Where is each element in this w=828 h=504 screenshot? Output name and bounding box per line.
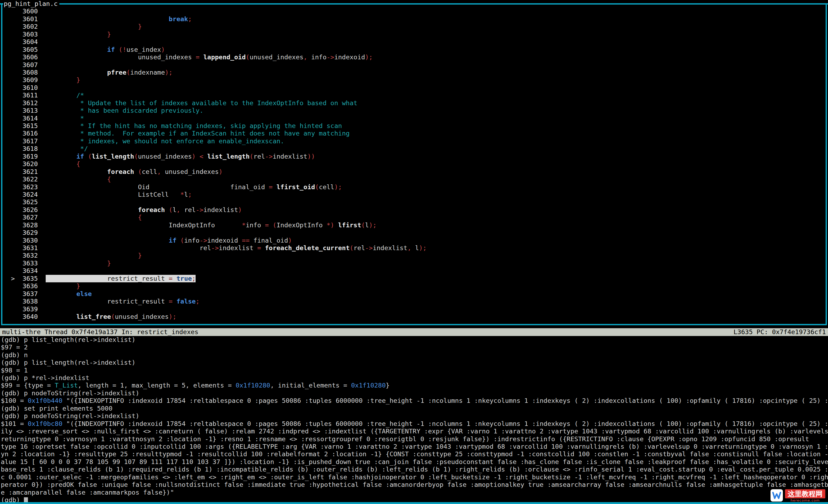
source-line: 3637 else xyxy=(3,290,828,297)
source-line-code: foreach (cell, unused_indexes) xyxy=(46,168,223,176)
line-number: 3614 xyxy=(3,114,46,122)
line-number: 3622 xyxy=(3,176,46,183)
source-line: 3600 xyxy=(3,7,828,15)
source-window: pg_hint_plan.c 3600 3601 break; 3602 } 3… xyxy=(0,0,828,328)
source-line-current: > 3635 restrict_result = true; xyxy=(3,275,828,282)
border-segment xyxy=(59,3,828,5)
console-line: $99 = {type = T_List, length = 1, max_le… xyxy=(1,382,828,389)
source-line: 3628 IndexOptInfo *info = (IndexOptInfo … xyxy=(3,221,828,229)
console-line: ily <> :reverse_sort <> :nulls_first <> … xyxy=(1,427,828,435)
source-line: 3604 xyxy=(3,38,828,46)
source-line-code: { xyxy=(46,160,80,168)
line-number: 3627 xyxy=(3,214,46,221)
line-number: 3626 xyxy=(3,206,46,214)
source-line: 3618 */ xyxy=(3,145,828,152)
source-line: 3614 * xyxy=(3,114,828,122)
source-line-code: unused_indexes = lappend_oid(unused_inde… xyxy=(46,53,373,61)
console-line: (gdb) p list_length(rel->indexlist) xyxy=(1,336,828,343)
source-window-border-right xyxy=(826,3,827,325)
source-line: 3624 ListCell *l; xyxy=(3,191,828,198)
source-line: 3611 /* xyxy=(3,92,828,99)
source-line: 3629 xyxy=(3,229,828,236)
watermark-brand: 这里教程网 xyxy=(785,489,825,498)
line-number: 3606 xyxy=(3,53,46,61)
source-window-border-top: pg_hint_plan.c xyxy=(0,0,828,7)
console-line: yn 2 :location -1} :resulttype 25 :resul… xyxy=(1,450,828,458)
line-number: 3612 xyxy=(3,99,46,107)
source-line: 3602 } xyxy=(3,23,828,30)
source-line: 3623 Oid final_oid = lfirst_oid(cell); xyxy=(3,183,828,191)
source-line: 3626 foreach (l, rel->indexlist) xyxy=(3,206,828,214)
source-line-code: } xyxy=(46,252,142,259)
watermark-logo-icon xyxy=(771,489,783,502)
status-line-pc: L3635 PC: 0x7f4e19736cf1 xyxy=(734,328,826,336)
source-filename: pg_hint_plan.c xyxy=(3,0,58,7)
gdb-console[interactable]: (gdb) p list_length(rel->indexlist)$97 =… xyxy=(0,336,828,504)
source-line-code: } xyxy=(46,31,111,38)
line-number: 3634 xyxy=(3,267,46,275)
console-line: e :amcanparallel false :amcanmarkpos fal… xyxy=(1,489,828,496)
line-number: 3600 xyxy=(3,7,46,15)
line-number: 3637 xyxy=(3,290,46,297)
line-number: 3601 xyxy=(3,15,46,23)
line-number: 3638 xyxy=(3,297,46,305)
source-line-code: * has been discarded previously. xyxy=(46,107,203,114)
source-line: 3608 pfree(indexname); xyxy=(3,69,828,76)
source-line-code: * xyxy=(46,114,84,122)
source-line: 3627 { xyxy=(3,214,828,221)
source-line: 3625 xyxy=(3,198,828,206)
line-number: 3604 xyxy=(3,38,46,46)
line-number: 3619 xyxy=(3,153,46,160)
source-line: 3616 * method. For example if an IndexSc… xyxy=(3,130,828,137)
source-line: 3617 * indexes, we should not enforce an… xyxy=(3,137,828,145)
line-number: 3620 xyxy=(3,160,46,168)
source-line: 3631 rel->indexlist = foreach_delete_cur… xyxy=(3,244,828,252)
source-line: 3638 restrict_result = false; xyxy=(3,297,828,305)
source-line-code: restrict_result = false; xyxy=(46,297,200,305)
source-line: 3633 } xyxy=(3,260,828,267)
source-line-code: * method. For example if an IndexScan hi… xyxy=(46,130,350,137)
line-number: 3618 xyxy=(3,145,46,152)
console-line: alue 15 [ 60 0 0 0 37 78 105 99 107 89 1… xyxy=(1,458,828,466)
line-number: 3603 xyxy=(3,31,46,38)
source-code[interactable]: 3600 3601 break; 3602 } 3603 } 3604 3605… xyxy=(0,7,828,320)
watermark: 这里教程网 herecome.com xyxy=(771,489,825,502)
source-line: 3605 if (!use_index) xyxy=(3,46,828,53)
source-line: 3603 } xyxy=(3,31,828,38)
console-line: type 16 :opretset false :opcollid 0 :inp… xyxy=(1,443,828,450)
source-line: 3632 } xyxy=(3,252,828,259)
source-line: 3622 { xyxy=(3,176,828,183)
line-number: 3608 xyxy=(3,69,46,76)
line-number: 3630 xyxy=(3,237,46,244)
source-line-code: else xyxy=(46,290,92,297)
source-line: 3621 foreach (cell, unused_indexes) xyxy=(3,168,828,176)
line-number: 3633 xyxy=(3,260,46,267)
source-line: 3609 } xyxy=(3,76,828,84)
source-line: 3634 xyxy=(3,267,828,275)
line-number: 3610 xyxy=(3,84,46,92)
line-number: 3617 xyxy=(3,137,46,145)
line-number: 3621 xyxy=(3,168,46,176)
console-line: (gdb) p nodeToString(rel->indexlist) xyxy=(1,390,828,397)
line-number: > 3635 xyxy=(3,275,46,282)
source-line: 3636 } xyxy=(3,282,828,290)
console-line: (gdb) p list_length(rel->indexlist) xyxy=(1,359,828,366)
status-thread-info: multi-thre Thread 0x7f4e19a137 In: restr… xyxy=(2,328,199,336)
source-line: 3640 list_free(unused_indexes); xyxy=(3,313,828,320)
source-window-border-left xyxy=(1,3,2,325)
console-line: perator 0}) :predOK false :unique false … xyxy=(1,481,828,489)
source-line-code: * indexes, we should not enforce an enab… xyxy=(46,137,284,145)
gdb-status-bar: multi-thre Thread 0x7f4e19a137 In: restr… xyxy=(0,328,828,336)
console-line: base_rels 1 :clause_relids (b 1) :requir… xyxy=(1,466,828,473)
source-line-code: /* xyxy=(46,92,84,99)
source-line: 3620 { xyxy=(3,160,828,168)
line-number: 3624 xyxy=(3,191,46,198)
source-line-code: if (!use_index) xyxy=(46,46,165,53)
source-line-code: pfree(indexname); xyxy=(46,69,173,76)
bottom-border-strip xyxy=(0,502,828,504)
line-number: 3631 xyxy=(3,244,46,252)
gdb-tui-screen: pg_hint_plan.c 3600 3601 break; 3602 } 3… xyxy=(0,0,828,504)
console-line: (gdb) n xyxy=(1,351,828,359)
source-line: 3610 xyxy=(3,84,828,92)
line-number: 3616 xyxy=(3,130,46,137)
